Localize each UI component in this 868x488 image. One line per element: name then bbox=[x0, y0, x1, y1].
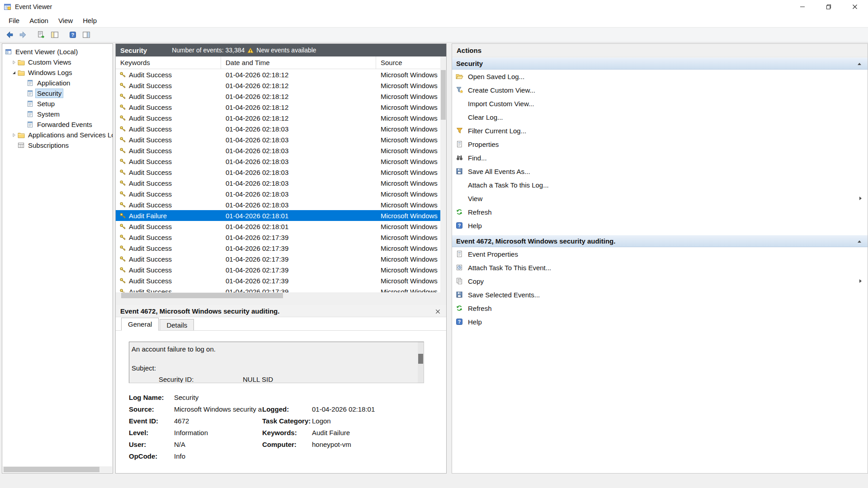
event-row[interactable]: Audit Success01-04-2026 02:18:01Microsof… bbox=[116, 221, 440, 232]
datetime-cell: 01-04-2026 02:17:39 bbox=[221, 244, 376, 252]
action-create-custom-view[interactable]: Create Custom View... bbox=[452, 83, 868, 97]
column-header-date-and-time[interactable]: Date and Time bbox=[221, 56, 376, 69]
action-properties[interactable]: Properties bbox=[452, 137, 868, 151]
event-row[interactable]: Audit Success01-04-2026 02:18:03Microsof… bbox=[116, 156, 440, 167]
action-attach-task-to-this-event[interactable]: Attach Task To This Event... bbox=[452, 261, 868, 274]
scrollbar-thumb[interactable] bbox=[4, 467, 99, 472]
chevron-expanded-icon[interactable] bbox=[10, 70, 18, 75]
forward-button[interactable] bbox=[16, 28, 30, 41]
event-row[interactable]: Audit Success01-04-2026 02:18:03Microsof… bbox=[116, 199, 440, 210]
action-save-all-events-as[interactable]: Save All Events As... bbox=[452, 164, 868, 178]
event-row[interactable]: Audit Success01-04-2026 02:18:03Microsof… bbox=[116, 123, 440, 134]
event-row[interactable]: Audit Failure01-04-2026 02:18:01Microsof… bbox=[116, 210, 440, 221]
action-view[interactable]: View bbox=[452, 192, 868, 205]
minimize-button[interactable] bbox=[789, 0, 816, 14]
action-open-saved-log[interactable]: Open Saved Log... bbox=[452, 70, 868, 83]
show-action-pane-button[interactable] bbox=[80, 28, 93, 41]
datetime-text: 01-04-2026 02:17:39 bbox=[226, 266, 288, 274]
scrollbar-thumb[interactable] bbox=[121, 293, 283, 298]
help-button[interactable]: ? bbox=[66, 28, 80, 41]
event-row[interactable]: Audit Success01-04-2026 02:18:12Microsof… bbox=[116, 113, 440, 123]
action-refresh[interactable]: Refresh bbox=[452, 205, 868, 219]
tree-item-applications-and-services-log[interactable]: Applications and Services Log bbox=[2, 130, 113, 140]
tree-item-setup[interactable]: Setup bbox=[2, 99, 113, 109]
action-attach-a-task-to-this-log[interactable]: Attach a Task To this Log... bbox=[452, 178, 868, 192]
tree-item-system[interactable]: System bbox=[2, 109, 113, 119]
datetime-text: 01-04-2026 02:18:12 bbox=[226, 103, 288, 111]
tree-item-label: Subscriptions bbox=[27, 141, 70, 150]
back-button[interactable] bbox=[3, 28, 16, 41]
field-row: Event ID:4672Task Category:Logon bbox=[129, 415, 375, 427]
tree-item-custom-views[interactable]: Custom Views bbox=[2, 57, 113, 67]
tree-item-windows-logs[interactable]: Windows Logs bbox=[2, 67, 113, 78]
action-find[interactable]: Find... bbox=[452, 151, 868, 164]
event-row[interactable]: Audit Success01-04-2026 02:18:12Microsof… bbox=[116, 102, 440, 113]
event-row[interactable]: Audit Success01-04-2026 02:18:03Microsof… bbox=[116, 178, 440, 188]
tree-item-forwarded-events[interactable]: Forwarded Events bbox=[2, 119, 113, 130]
datetime-cell: 01-04-2026 02:18:12 bbox=[221, 103, 376, 111]
menu-item-file[interactable]: File bbox=[4, 15, 24, 26]
tree-item-event-viewer-local[interactable]: Event Viewer (Local) bbox=[2, 47, 113, 57]
action-event-properties[interactable]: Event Properties bbox=[452, 247, 868, 261]
event-row[interactable]: Audit Success01-04-2026 02:17:39Microsof… bbox=[116, 275, 440, 286]
event-row[interactable]: Audit Success01-04-2026 02:18:03Microsof… bbox=[116, 188, 440, 199]
scrollbar-corner bbox=[440, 292, 446, 299]
action-copy[interactable]: Copy bbox=[452, 274, 868, 288]
column-header-source[interactable]: Source bbox=[376, 56, 446, 69]
source-cell: Microsoft Windows bbox=[376, 93, 440, 100]
event-row[interactable]: Audit Success01-04-2026 02:17:39Microsof… bbox=[116, 253, 440, 264]
collapse-arrow-icon[interactable] bbox=[858, 63, 861, 65]
collapse-arrow-icon[interactable] bbox=[858, 240, 861, 243]
group-header-label: Event 4672, Microsoft Windows security a… bbox=[456, 237, 615, 245]
event-row[interactable]: Audit Success01-04-2026 02:17:39Microsof… bbox=[116, 286, 440, 292]
chevron-collapsed-icon[interactable] bbox=[10, 133, 18, 137]
event-row[interactable]: Audit Success01-04-2026 02:17:39Microsof… bbox=[116, 264, 440, 275]
field-row: User:N/AComputer:honeypot-vm bbox=[129, 438, 375, 450]
events-vertical-scrollbar[interactable] bbox=[440, 56, 446, 292]
icon-placeholder bbox=[456, 181, 465, 189]
action-refresh[interactable]: Refresh bbox=[452, 301, 868, 315]
restore-button[interactable] bbox=[816, 0, 842, 14]
event-row[interactable]: Audit Success01-04-2026 02:17:39Microsof… bbox=[116, 232, 440, 243]
events-horizontal-scrollbar[interactable] bbox=[116, 292, 440, 299]
action-clear-log[interactable]: Clear Log... bbox=[452, 110, 868, 124]
log-icon bbox=[27, 90, 35, 97]
event-row[interactable]: Audit Success01-04-2026 02:18:12Microsof… bbox=[116, 69, 440, 80]
show-console-tree-button[interactable] bbox=[48, 28, 61, 41]
event-row[interactable]: Audit Success01-04-2026 02:18:03Microsof… bbox=[116, 134, 440, 145]
keywords-cell: Audit Success bbox=[116, 147, 221, 155]
close-button[interactable] bbox=[842, 0, 868, 14]
chevron-collapsed-icon[interactable] bbox=[10, 60, 18, 65]
tree-horizontal-scrollbar[interactable] bbox=[3, 466, 112, 473]
menu-item-help[interactable]: Help bbox=[78, 15, 102, 26]
column-header-keywords[interactable]: Keywords bbox=[116, 56, 221, 69]
event-row[interactable]: Audit Success01-04-2026 02:17:39Microsof… bbox=[116, 243, 440, 253]
event-row[interactable]: Audit Success01-04-2026 02:18:12Microsof… bbox=[116, 80, 440, 91]
event-row[interactable]: Audit Success01-04-2026 02:18:03Microsof… bbox=[116, 167, 440, 178]
tree-item-subscriptions[interactable]: Subscriptions bbox=[2, 140, 113, 150]
action-filter-current-log[interactable]: Filter Current Log... bbox=[452, 124, 868, 137]
event-row[interactable]: Audit Success01-04-2026 02:18:03Microsof… bbox=[116, 145, 440, 156]
event-description-box[interactable]: An account failure to log on. Subject: S… bbox=[129, 342, 424, 383]
action-help[interactable]: ?Help bbox=[452, 219, 868, 232]
scrollbar-thumb[interactable] bbox=[441, 70, 446, 120]
scrollbar-thumb[interactable] bbox=[418, 354, 423, 364]
tab-general[interactable]: General bbox=[121, 318, 159, 331]
action-help[interactable]: ?Help bbox=[452, 315, 868, 328]
description-scrollbar[interactable] bbox=[418, 342, 424, 383]
menu-item-view[interactable]: View bbox=[53, 15, 78, 26]
action-save-selected-events[interactable]: Save Selected Events... bbox=[452, 288, 868, 301]
event-row[interactable]: Audit Success01-04-2026 02:18:12Microsof… bbox=[116, 91, 440, 102]
action-import-custom-view[interactable]: Import Custom View... bbox=[452, 97, 868, 110]
tree-node-body: Application bbox=[27, 79, 71, 87]
detail-close-button[interactable] bbox=[433, 306, 443, 316]
tab-details[interactable]: Details bbox=[160, 319, 194, 330]
folder-icon bbox=[18, 59, 26, 66]
action-group-header-event-4672-microsoft-windows-security-auditing[interactable]: Event 4672, Microsoft Windows security a… bbox=[452, 235, 868, 247]
panel-splitter[interactable] bbox=[116, 299, 446, 305]
tree-item-application[interactable]: Application bbox=[2, 78, 113, 88]
tree-item-security[interactable]: Security bbox=[2, 88, 113, 99]
export-list-button[interactable] bbox=[34, 28, 48, 41]
menu-item-action[interactable]: Action bbox=[24, 15, 53, 26]
action-group-header-security[interactable]: Security bbox=[452, 57, 868, 70]
